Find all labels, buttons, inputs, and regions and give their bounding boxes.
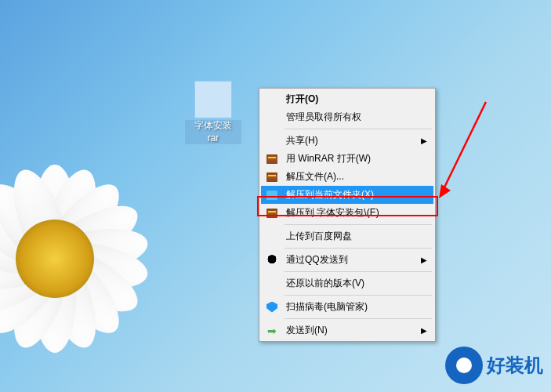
watermark-text: 好装机 — [487, 353, 543, 378]
menu-item-9[interactable]: 上传到百度网盘 — [261, 227, 433, 245]
svg-marker-1 — [439, 184, 451, 198]
svg-line-0 — [443, 102, 486, 191]
menu-item-label: 共享(H) — [286, 134, 421, 147]
desktop: 字体安装 rar 打开(O)管理员取得所有权共享(H)▶用 WinRAR 打开(… — [0, 0, 551, 392]
menu-icon-empty — [264, 93, 280, 106]
menu-separator — [285, 224, 432, 225]
menu-item-label: 通过QQ发送到 — [286, 253, 421, 267]
menu-item-label: 打开(O) — [286, 93, 427, 106]
menu-item-1[interactable]: 管理员取得所有权 — [261, 108, 433, 126]
menu-separator — [285, 271, 432, 272]
menu-item-label: 解压到当前文件夹(X) — [286, 188, 427, 201]
menu-item-0[interactable]: 打开(O) — [261, 90, 433, 108]
watermark: 好装机 — [445, 347, 543, 384]
menu-item-3[interactable]: 共享(H)▶ — [261, 132, 433, 150]
menu-separator — [285, 318, 432, 319]
menu-separator — [285, 248, 432, 249]
submenu-arrow-icon: ▶ — [421, 136, 427, 145]
shield-icon — [264, 301, 280, 314]
archive-blue-icon — [264, 189, 280, 201]
menu-separator — [285, 129, 432, 129]
menu-item-11[interactable]: 通过QQ发送到▶ — [261, 251, 433, 269]
menu-item-label: 上传到百度网盘 — [286, 230, 427, 243]
menu-item-13[interactable]: 还原以前的版本(V) — [261, 274, 433, 292]
qq-icon — [264, 254, 280, 267]
menu-item-label: 解压到 字体安装包\(E) — [286, 206, 427, 220]
winrar-icon — [264, 207, 280, 220]
menu-item-6[interactable]: 解压到当前文件夹(X) — [261, 186, 433, 204]
menu-item-label: 用 WinRAR 打开(W) — [286, 152, 427, 165]
menu-icon-empty — [264, 135, 280, 147]
menu-separator — [285, 295, 432, 296]
menu-item-4[interactable]: 用 WinRAR 打开(W) — [261, 150, 433, 168]
menu-item-label: 发送到(N) — [286, 324, 421, 337]
winrar-icon — [264, 171, 280, 183]
archive-icon — [194, 81, 232, 118]
menu-item-label: 管理员取得所有权 — [286, 111, 427, 124]
submenu-arrow-icon: ▶ — [421, 326, 427, 335]
watermark-logo-icon — [445, 347, 483, 384]
annotation-arrow — [435, 98, 498, 200]
menu-item-label: 扫描病毒(电脑管家) — [286, 300, 427, 314]
file-label: 字体安装 rar — [185, 120, 241, 144]
file-icon-rar[interactable]: 字体安装 rar — [185, 81, 241, 143]
menu-item-label: 还原以前的版本(V) — [286, 277, 427, 290]
menu-icon-empty — [264, 111, 280, 124]
menu-icon-empty — [264, 278, 280, 290]
menu-icon-empty — [264, 230, 280, 243]
submenu-arrow-icon: ▶ — [421, 256, 427, 264]
winrar-icon — [264, 153, 280, 165]
menu-item-15[interactable]: 扫描病毒(电脑管家) — [261, 298, 433, 316]
context-menu: 打开(O)管理员取得所有权共享(H)▶用 WinRAR 打开(W)解压文件(A)… — [259, 88, 436, 342]
send-icon: ➡ — [264, 325, 280, 337]
menu-item-7[interactable]: 解压到 字体安装包\(E) — [261, 204, 433, 222]
wallpaper-flower — [0, 141, 172, 376]
menu-item-label: 解压文件(A)... — [286, 170, 427, 183]
menu-item-5[interactable]: 解压文件(A)... — [261, 168, 433, 186]
menu-item-17[interactable]: ➡发送到(N)▶ — [261, 321, 433, 339]
